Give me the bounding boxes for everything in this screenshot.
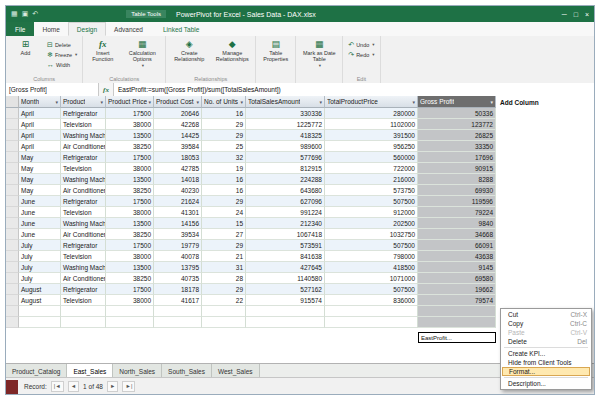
cell[interactable]: 991224 [246,207,325,218]
cell[interactable] [325,317,418,328]
cell[interactable]: Washing Machine [61,174,106,185]
first-record-button[interactable]: |◄ [51,381,64,392]
undo-icon[interactable]: ↶ [32,10,38,18]
filter-dropdown-icon[interactable]: ▾ [147,99,151,105]
close-button[interactable]: × [585,11,589,18]
cell[interactable]: 38000 [106,163,154,174]
cell[interactable]: 507500 [325,284,418,295]
column-header-product-cost[interactable]: Product Cost▾ [154,96,202,108]
cell[interactable]: 14425 [154,130,202,141]
minimize-button[interactable]: ─ [562,11,567,18]
cell[interactable]: 216000 [325,174,418,185]
row-header[interactable] [6,130,19,141]
tab-file[interactable]: File [6,22,34,36]
cell[interactable]: 38000 [106,251,154,262]
row-header[interactable] [6,185,19,196]
delete-button[interactable]: ⊟ Delete [45,40,79,49]
cell[interactable] [418,317,496,328]
cell[interactable]: 1102000 [325,119,418,130]
cell[interactable]: May [19,152,61,163]
manage-relationships-button[interactable]: ◆ Manage Relationships [212,37,252,75]
cell[interactable]: 29 [202,119,246,130]
measure-grid-cell-eastprofit[interactable]: EastProfit... [418,332,496,343]
cell[interactable]: 21624 [154,196,202,207]
cell[interactable]: 14018 [154,174,202,185]
cell[interactable] [106,317,154,328]
cell[interactable]: 41617 [154,295,202,306]
cell[interactable]: Air Conditioner [61,229,106,240]
sheet-tab-north-sales[interactable]: North_Sales [113,364,162,378]
redo-button[interactable]: ↷ Redo ▾ [346,50,376,59]
cell[interactable]: 280000 [325,108,418,119]
cell[interactable]: August [19,295,61,306]
cell[interactable]: 212340 [246,218,325,229]
column-header-no-of-units[interactable]: No. of Units▾ [202,96,246,108]
formula-input[interactable]: EastProfit:=sum([Gross Profit])/sum([Tot… [114,83,594,96]
menu-item-description[interactable]: Description... [502,379,590,388]
cell[interactable] [19,317,61,328]
cell[interactable]: 38250 [106,229,154,240]
cell[interactable]: 577696 [246,152,325,163]
insert-function-icon[interactable]: fx [99,83,114,96]
tab-linked-table[interactable]: Linked Table [155,22,207,36]
cell[interactable]: 17696 [418,152,496,163]
cell[interactable]: 507500 [325,196,418,207]
cell[interactable]: 50336 [418,108,496,119]
row-header[interactable] [6,251,19,262]
cell[interactable]: 17500 [106,240,154,251]
cell[interactable]: June [19,196,61,207]
cell[interactable]: 915574 [246,295,325,306]
row-header[interactable] [6,141,19,152]
cell[interactable]: 33350 [418,141,496,152]
cell[interactable]: Television [61,295,106,306]
cell[interactable]: 79224 [418,207,496,218]
row-header[interactable] [6,163,19,174]
menu-item-cut[interactable]: CutCtrl-X [502,310,590,319]
cell[interactable]: Washing Machine [61,130,106,141]
cell[interactable]: 123772 [418,119,496,130]
tab-home[interactable]: Home [34,22,67,36]
cell[interactable] [106,306,154,317]
cell[interactable]: 32 [202,152,246,163]
cell[interactable]: Television [61,251,106,262]
cell[interactable]: 20646 [154,108,202,119]
cell[interactable]: 26825 [418,130,496,141]
cell[interactable]: July [19,251,61,262]
cell[interactable] [246,306,325,317]
sheet-tab-east-sales[interactable]: East_Sales [67,364,113,378]
cell[interactable]: 29 [202,130,246,141]
name-box[interactable]: [Gross Profit] [6,83,99,96]
previous-record-button[interactable]: ◄ [68,381,79,392]
row-header[interactable] [6,218,19,229]
cell[interactable]: 956250 [325,141,418,152]
cell[interactable]: 25 [202,141,246,152]
cell[interactable]: 573591 [246,240,325,251]
row-header[interactable] [6,284,19,295]
cell[interactable]: 38250 [106,185,154,196]
cell[interactable]: April [19,130,61,141]
freeze-button[interactable]: ❄ Freeze ▾ [45,50,79,59]
cell[interactable] [418,306,496,317]
row-header[interactable] [6,262,19,273]
column-header-month[interactable]: Month▾ [19,96,61,108]
cell[interactable]: Air Conditioner [61,273,106,284]
cell[interactable] [246,317,325,328]
cell[interactable]: 643680 [246,185,325,196]
cell[interactable]: 29 [202,284,246,295]
cell[interactable]: 119596 [418,196,496,207]
cell[interactable]: Refrigerator [61,152,106,163]
cell[interactable]: 17500 [106,284,154,295]
column-header-totalsalesamount[interactable]: TotalSalesAmount▾ [246,96,325,108]
last-record-button[interactable]: ►| [122,381,135,392]
cell[interactable]: July [19,273,61,284]
cell[interactable]: 13500 [106,130,154,141]
cell[interactable]: 1032750 [325,229,418,240]
menu-item-format[interactable]: Format... [502,367,590,376]
cell[interactable]: Television [61,119,106,130]
row-header[interactable] [6,229,19,240]
cell[interactable]: 39534 [154,229,202,240]
create-relationship-button[interactable]: ◈ Create Relationship [169,37,209,75]
cell[interactable] [19,306,61,317]
cell[interactable]: 38000 [106,295,154,306]
cell[interactable]: 989600 [246,141,325,152]
